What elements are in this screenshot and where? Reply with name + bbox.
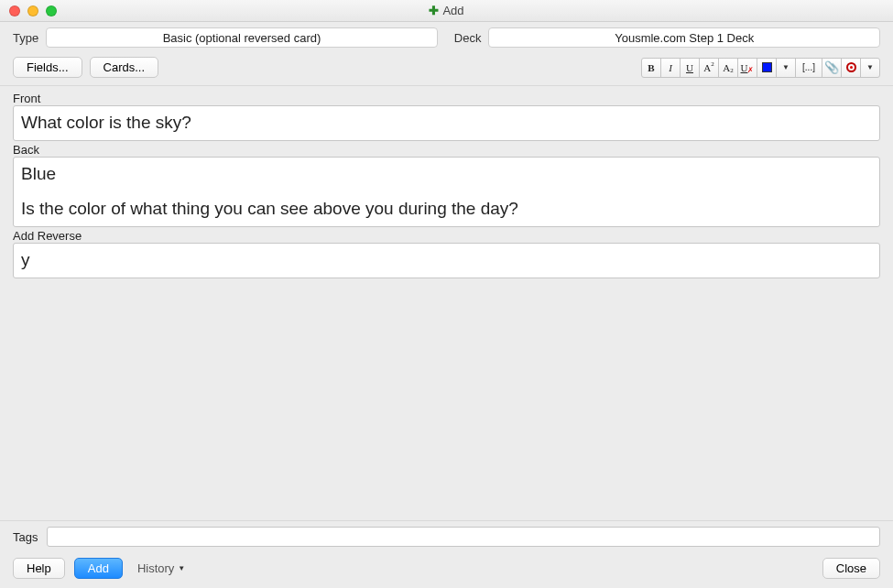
add-reverse-label: Add Reverse bbox=[13, 229, 880, 243]
type-label: Type bbox=[13, 31, 38, 45]
front-label: Front bbox=[13, 92, 880, 105]
format-toolbar: B I U A2 A2 U✗ ▼ [...] 📎 ▼ bbox=[641, 58, 880, 78]
front-field[interactable]: What color is the sky? bbox=[13, 105, 880, 141]
fields-button[interactable]: Fields... bbox=[13, 57, 82, 78]
more-dropdown[interactable]: ▼ bbox=[860, 58, 880, 78]
type-deck-row: Type Basic (optional reversed card) Deck… bbox=[0, 22, 893, 53]
deck-label: Deck bbox=[454, 31, 482, 45]
tags-label: Tags bbox=[13, 530, 38, 544]
tags-input[interactable] bbox=[47, 527, 880, 547]
type-selector[interactable]: Basic (optional reversed card) bbox=[46, 27, 438, 48]
text-color-dropdown[interactable]: ▼ bbox=[776, 58, 796, 78]
bottom-bar: Tags Help Add History▼ Close bbox=[0, 520, 893, 588]
text-color-button[interactable] bbox=[757, 58, 777, 78]
bold-button[interactable]: B bbox=[641, 58, 661, 78]
subscript-button[interactable]: A2 bbox=[718, 58, 738, 78]
help-button[interactable]: Help bbox=[13, 558, 65, 579]
attach-button[interactable]: 📎 bbox=[822, 58, 842, 78]
window-titlebar: ✚Add bbox=[0, 0, 893, 22]
close-button[interactable]: Close bbox=[822, 558, 880, 579]
toolbar-row: Fields... Cards... B I U A2 A2 U✗ ▼ [...… bbox=[0, 53, 893, 86]
type-value: Basic (optional reversed card) bbox=[163, 31, 321, 45]
deck-selector[interactable]: Yousmle.com Step 1 Deck bbox=[488, 27, 880, 48]
history-dropdown[interactable]: History▼ bbox=[132, 561, 191, 576]
record-icon bbox=[846, 62, 856, 72]
window-title: ✚Add bbox=[0, 4, 893, 17]
cards-button[interactable]: Cards... bbox=[90, 57, 159, 78]
cloze-button[interactable]: [...] bbox=[795, 58, 822, 78]
tags-row: Tags bbox=[0, 520, 893, 552]
paperclip-icon: 📎 bbox=[824, 60, 839, 75]
add-button[interactable]: Add bbox=[74, 558, 123, 579]
add-reverse-field[interactable]: y bbox=[13, 243, 880, 278]
italic-button[interactable]: I bbox=[660, 58, 681, 78]
back-label: Back bbox=[13, 143, 880, 157]
back-field[interactable]: Blue Is the color of what thing you can … bbox=[13, 157, 880, 227]
chevron-down-icon: ▼ bbox=[178, 564, 185, 572]
record-button[interactable] bbox=[841, 58, 861, 78]
add-icon: ✚ bbox=[429, 4, 439, 17]
editor-area: Front What color is the sky? Back Blue I… bbox=[0, 86, 893, 278]
superscript-button[interactable]: A2 bbox=[699, 58, 719, 78]
deck-value: Yousmle.com Step 1 Deck bbox=[615, 31, 754, 45]
remove-format-button[interactable]: U✗ bbox=[737, 58, 757, 78]
action-row: Help Add History▼ Close bbox=[0, 552, 893, 588]
underline-button[interactable]: U bbox=[680, 58, 700, 78]
